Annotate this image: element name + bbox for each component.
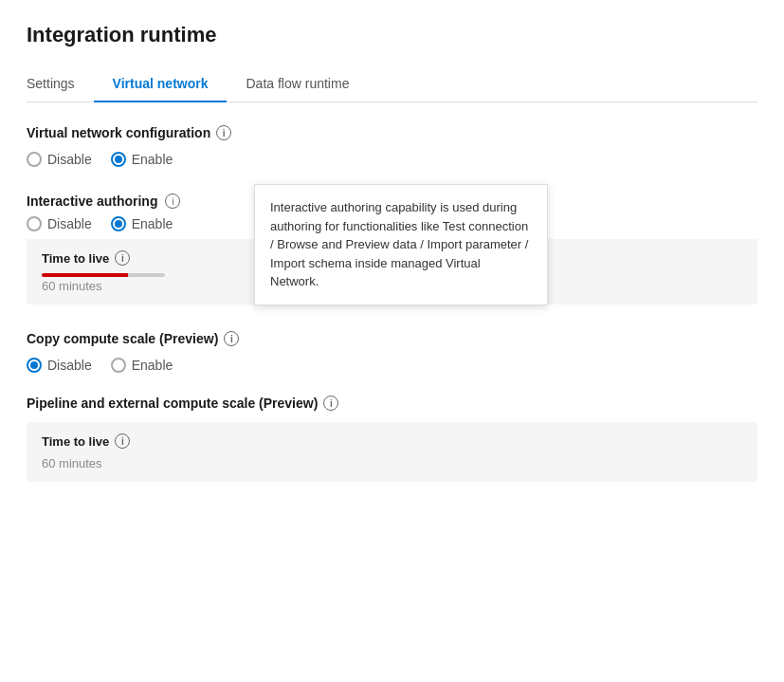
pipeline-external-ttl-section: Time to live i 60 minutes: [27, 422, 757, 482]
pipeline-ttl-label: Time to live i: [42, 433, 742, 449]
tab-bar: Settings Virtual network Data flow runti…: [27, 66, 757, 102]
pipeline-external-info-icon[interactable]: i: [323, 396, 338, 411]
virtual-network-disable-option[interactable]: Disable: [27, 152, 92, 167]
ttl-info-icon[interactable]: i: [115, 250, 130, 266]
copy-compute-enable-option[interactable]: Enable: [111, 358, 173, 373]
tooltip-content: Interactive authoring capability is used…: [254, 184, 548, 305]
virtual-network-config-radio-group: Disable Enable: [27, 152, 757, 167]
copy-compute-enable-radio[interactable]: [111, 358, 126, 373]
page-title: Integration runtime: [27, 23, 757, 47]
copy-compute-disable-option[interactable]: Disable: [27, 358, 92, 373]
virtual-network-disable-radio[interactable]: [27, 152, 42, 167]
tab-settings[interactable]: Settings: [27, 66, 94, 102]
interactive-authoring-info-icon[interactable]: i: [165, 194, 180, 209]
interactive-authoring-enable-radio[interactable]: [111, 216, 126, 231]
virtual-network-config-title: Virtual network configuration i: [27, 125, 757, 140]
copy-compute-section: Copy compute scale (Preview) i Disable E…: [27, 331, 757, 373]
copy-compute-info-icon[interactable]: i: [224, 331, 239, 346]
ttl-slider[interactable]: [42, 273, 165, 277]
interactive-authoring-disable-option[interactable]: Disable: [27, 216, 92, 231]
tab-virtual-network[interactable]: Virtual network: [94, 66, 228, 102]
pipeline-ttl-info-icon[interactable]: i: [115, 433, 130, 449]
pipeline-external-section: Pipeline and external compute scale (Pre…: [27, 396, 757, 482]
interactive-authoring-disable-radio[interactable]: [27, 216, 42, 231]
interactive-authoring-title: Interactive authoring: [27, 194, 157, 209]
virtual-network-enable-radio[interactable]: [111, 152, 126, 167]
virtual-network-enable-option[interactable]: Enable: [111, 152, 173, 167]
copy-compute-disable-radio[interactable]: [27, 358, 42, 373]
virtual-network-config-info-icon[interactable]: i: [216, 125, 231, 140]
interactive-authoring-section: Interactive authoring i Disable Enable I…: [27, 194, 757, 304]
pipeline-ttl-value: 60 minutes: [42, 456, 742, 470]
interactive-authoring-enable-option[interactable]: Enable: [111, 216, 173, 231]
pipeline-external-title: Pipeline and external compute scale (Pre…: [27, 396, 757, 411]
copy-compute-title: Copy compute scale (Preview) i: [27, 331, 757, 346]
tab-data-flow-runtime[interactable]: Data flow runtime: [227, 66, 368, 102]
virtual-network-config-section: Virtual network configuration i Disable …: [27, 125, 757, 167]
copy-compute-radio-group: Disable Enable: [27, 358, 757, 373]
